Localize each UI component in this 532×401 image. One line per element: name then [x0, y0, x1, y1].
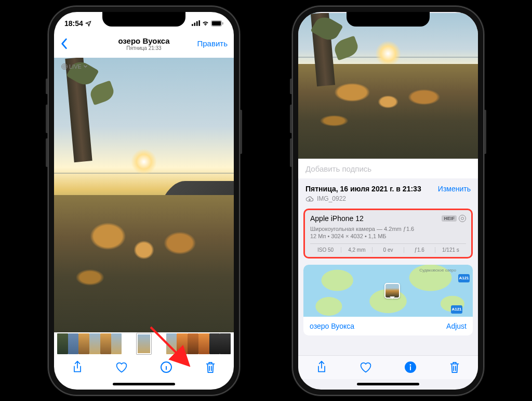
nav-subtitle: Пятница 21:33 — [97, 45, 191, 51]
live-icon — [61, 63, 68, 70]
thumbnail[interactable] — [111, 333, 122, 354]
wifi-icon — [202, 20, 209, 26]
favorite-button[interactable] — [115, 361, 128, 373]
resolution-info: 12 Мп • 3024 × 4032 • 1,1 МБ — [310, 233, 466, 239]
phone-left: 18:54 озеро Вуокса Пятница 21:33 Править — [48, 6, 240, 396]
thumbnail[interactable] — [188, 333, 198, 354]
map-view[interactable]: Судаковское озеро A121 A121 — [303, 265, 473, 317]
road-shield: A121 — [458, 274, 470, 282]
photo-view[interactable]: LIVE — [54, 58, 234, 332]
cloud-icon — [305, 196, 314, 202]
favorite-button[interactable] — [360, 361, 372, 373]
thumbnail-strip[interactable] — [54, 332, 234, 355]
location-name[interactable]: озеро Вуокса — [310, 322, 354, 330]
cellular-icon — [192, 20, 200, 26]
nav-title: озеро Вуокса — [97, 36, 191, 45]
bottom-toolbar — [54, 355, 234, 379]
exif-focal: 4,2 mm — [341, 247, 373, 253]
thumbnail[interactable] — [100, 333, 111, 354]
svg-point-8 — [63, 64, 66, 68]
svg-rect-0 — [192, 24, 193, 26]
svg-point-7 — [64, 66, 65, 67]
live-photo-icon — [459, 215, 466, 222]
lens-info: Широкоугольная камера — 4.2mm ƒ1.6 — [310, 226, 466, 232]
exif-aperture: ƒ1.6 — [404, 247, 435, 253]
map-pin — [384, 283, 400, 299]
exif-panel: Apple iPhone 12 HEIF Широкоугольная каме… — [303, 209, 473, 258]
home-indicator[interactable] — [54, 379, 234, 390]
photo-date: Пятница, 16 июля 2021 г. в 21:33 — [305, 185, 421, 193]
delete-button[interactable] — [448, 361, 461, 373]
thumbnail[interactable] — [198, 333, 209, 354]
bottom-toolbar — [298, 355, 478, 379]
svg-rect-1 — [194, 23, 195, 26]
thumbnail[interactable] — [220, 333, 231, 354]
caption-field[interactable]: Добавить подпись — [298, 159, 478, 178]
phone-right: Добавить подпись Пятница, 16 июля 2021 г… — [292, 6, 484, 396]
svg-rect-6 — [222, 22, 223, 24]
thumbnail[interactable] — [177, 333, 188, 354]
live-label: LIVE — [69, 63, 82, 70]
svg-rect-2 — [196, 21, 198, 26]
format-badge: HEIF — [442, 215, 457, 222]
nav-bar: озеро Вуокса Пятница 21:33 Править — [54, 31, 234, 57]
battery-icon — [211, 20, 223, 27]
thumbnail[interactable] — [57, 333, 68, 354]
thumbnail[interactable] — [68, 333, 79, 354]
live-badge[interactable]: LIVE — [58, 62, 91, 71]
notch — [347, 12, 430, 27]
info-button[interactable] — [160, 361, 172, 373]
map-panel[interactable]: Судаковское озеро A121 A121 озеро Вуокса… — [303, 265, 473, 335]
edit-button[interactable]: Править — [191, 39, 228, 48]
thumbnail[interactable] — [166, 333, 177, 354]
exif-ev: 0 ev — [373, 247, 404, 253]
svg-point-13 — [409, 364, 411, 366]
svg-rect-3 — [198, 20, 200, 26]
map-poi-label: Судаковское озеро — [419, 268, 456, 273]
svg-rect-14 — [410, 366, 411, 370]
delete-button[interactable] — [204, 361, 217, 373]
exif-iso: ISO 50 — [310, 247, 341, 253]
home-indicator[interactable] — [298, 379, 478, 390]
device-name: Apple iPhone 12 — [310, 214, 364, 223]
share-button[interactable] — [71, 361, 84, 373]
info-panel[interactable]: Добавить подпись Пятница, 16 июля 2021 г… — [298, 159, 478, 355]
thumbnail[interactable] — [89, 333, 100, 354]
photo-preview[interactable] — [298, 13, 478, 159]
share-button[interactable] — [315, 361, 328, 373]
status-time: 18:54 — [64, 19, 83, 28]
svg-rect-5 — [212, 21, 221, 25]
thumbnail[interactable] — [78, 333, 89, 354]
notch — [102, 12, 185, 27]
exif-shutter: 1/121 s — [435, 247, 466, 253]
thumbnail-active[interactable] — [137, 333, 152, 354]
chevron-down-icon — [83, 64, 88, 69]
info-button-active[interactable] — [404, 361, 417, 373]
filename: IMG_0922 — [317, 195, 346, 202]
change-date-button[interactable]: Изменить — [438, 185, 471, 193]
back-button[interactable] — [60, 38, 97, 49]
road-shield: A121 — [451, 305, 462, 314]
location-icon — [85, 20, 91, 27]
adjust-location-button[interactable]: Adjust — [446, 322, 467, 330]
thumbnail[interactable] — [209, 333, 220, 354]
